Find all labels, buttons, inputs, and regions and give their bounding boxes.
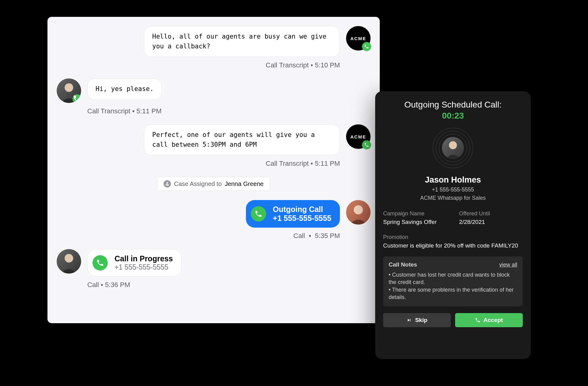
- promotion-value: Customer is eligible for 20% off with co…: [383, 242, 523, 249]
- call-number: +1 555-555-5555: [115, 263, 173, 271]
- call-text: Call in Progress +1 555-555-5555: [115, 254, 173, 271]
- phone-badge: [73, 94, 81, 103]
- message-bubble: Hello, all of our agents are busy can we…: [144, 26, 340, 57]
- message-group: Hello, all of our agents are busy can we…: [57, 26, 371, 69]
- phone-icon: [254, 210, 262, 218]
- dial-panel: Outgoing Scheduled Call: 00:23 Jason Hol…: [375, 91, 531, 359]
- avatar-agent: [346, 200, 371, 225]
- channel-label: ACME Whatsapp for Sales: [383, 195, 523, 201]
- offered-info: Offered Until 2/28/2021: [459, 210, 523, 225]
- outgoing-call-bubble[interactable]: Outgoing Call +1 555-555-5555: [246, 200, 340, 228]
- phone-icon: [73, 94, 81, 103]
- phone-badge: [362, 42, 371, 51]
- dial-title: Outgoing Scheduled Call:: [383, 100, 523, 110]
- skip-button[interactable]: Skip: [383, 313, 451, 327]
- message-row: Hi, yes please.: [57, 78, 162, 103]
- person-placeholder-icon: [57, 249, 81, 274]
- promotion-label: Promotion: [383, 234, 523, 240]
- info-row: Campaign Name Spring Savings Offer Offer…: [383, 210, 523, 225]
- person-placeholder-icon: [442, 137, 464, 159]
- case-assignment-chip: Case Assigned to Jenna Greene: [157, 177, 270, 191]
- svg-point-2: [65, 254, 73, 263]
- skip-icon: [406, 317, 412, 323]
- call-title: Outgoing Call: [273, 205, 331, 214]
- offered-value: 2/28/2021: [459, 219, 523, 225]
- button-row: Skip Accept: [383, 313, 523, 327]
- customer-name: Jason Holmes: [383, 175, 523, 185]
- phone-circle-icon: [251, 206, 266, 221]
- person-icon: [164, 180, 171, 187]
- phone-icon: [364, 44, 369, 49]
- view-all-link[interactable]: view all: [499, 262, 517, 268]
- campaign-value: Spring Savings Offer: [383, 219, 447, 225]
- campaign-info: Campaign Name Spring Savings Offer: [383, 210, 447, 225]
- message-meta: Call Transcript • 5:11 PM: [266, 160, 340, 168]
- message-meta: Call • 5:35 PM: [293, 232, 340, 240]
- notes-title: Call Notes: [389, 261, 417, 268]
- message-row: Outgoing Call +1 555-555-5555: [246, 200, 371, 228]
- phone-icon: [96, 259, 104, 267]
- skip-label: Skip: [415, 317, 427, 324]
- message-meta: Call Transcript • 5:10 PM: [266, 61, 340, 69]
- avatar-acme: ACME: [346, 26, 371, 51]
- person-placeholder-icon: [346, 200, 371, 225]
- call-in-progress-bubble[interactable]: Call in Progress +1 555-555-5555: [87, 249, 182, 277]
- phone-badge: [362, 140, 371, 149]
- phone-icon: [364, 142, 369, 147]
- dial-avatar-wrap: [433, 128, 473, 168]
- notes-head: Call Notes view all: [389, 261, 517, 268]
- dial-avatar: [442, 137, 464, 159]
- message-bubble: Perfect, one of our agents will give you…: [144, 124, 340, 155]
- note-item: Customer has lost her credit card wants …: [389, 272, 510, 285]
- message-meta: Call Transcript • 5:11 PM: [87, 107, 161, 115]
- accept-button[interactable]: Accept: [455, 313, 523, 327]
- svg-point-3: [449, 141, 457, 149]
- svg-point-1: [354, 205, 363, 214]
- call-title: Call in Progress: [115, 254, 173, 263]
- offered-label: Offered Until: [459, 210, 523, 217]
- avatar-customer: [57, 249, 81, 274]
- avatar-customer: [57, 78, 81, 103]
- call-number: +1 555-555-5555: [273, 214, 331, 223]
- call-notes-box: Call Notes view all • Customer has lost …: [383, 256, 523, 306]
- acme-logo-text: ACME: [350, 36, 366, 41]
- accept-label: Accept: [484, 317, 503, 324]
- dial-timer: 00:23: [383, 111, 523, 121]
- chat-panel: Hello, all of our agents are busy can we…: [47, 17, 380, 323]
- acme-logo-text: ACME: [350, 134, 366, 139]
- message-meta: Call • 5:36 PM: [87, 281, 130, 289]
- assignment-prefix: Case Assigned to: [174, 180, 222, 187]
- message-bubble: Hi, yes please.: [87, 78, 162, 100]
- customer-phone: +1 555-555-5555: [383, 187, 523, 193]
- note-item: There are some problems in the verificat…: [389, 287, 514, 300]
- phone-circle-icon: [92, 255, 108, 271]
- assignee-name: Jenna Greene: [225, 180, 264, 187]
- message-row: Perfect, one of our agents will give you…: [144, 124, 371, 155]
- campaign-label: Campaign Name: [383, 210, 447, 217]
- avatar-acme: ACME: [346, 124, 371, 149]
- message-group: Hi, yes please. Call Transcript • 5:11 P…: [57, 78, 371, 115]
- notes-body: • Customer has lost her credit card want…: [389, 271, 517, 301]
- outgoing-call-group: Outgoing Call +1 555-555-5555 Call • 5:3…: [57, 200, 371, 240]
- svg-point-0: [65, 83, 73, 92]
- phone-icon: [475, 317, 481, 323]
- call-text: Outgoing Call +1 555-555-5555: [273, 205, 331, 223]
- message-row: Hello, all of our agents are busy can we…: [144, 26, 371, 57]
- call-in-progress-group: Call in Progress +1 555-555-5555 Call • …: [57, 249, 371, 289]
- message-row: Call in Progress +1 555-555-5555: [57, 249, 182, 277]
- message-group: Perfect, one of our agents will give you…: [57, 124, 371, 168]
